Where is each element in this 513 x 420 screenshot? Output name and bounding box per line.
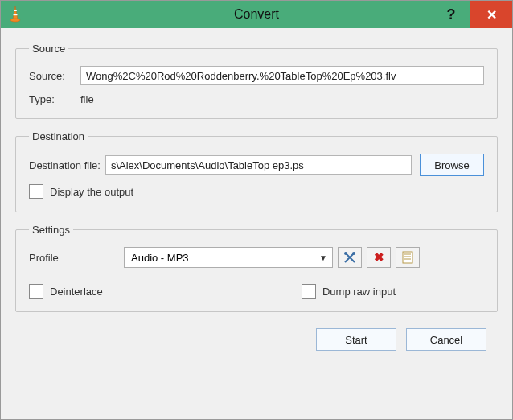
source-legend: Source — [29, 43, 68, 55]
source-group: Source Source: Type: file — [15, 43, 498, 119]
settings-group: Settings Profile Audio - MP3 ▼ ✖ — [15, 224, 498, 312]
deinterlace-label: Deinterlace — [50, 286, 103, 298]
convert-dialog: Convert ? ✕ Source Source: Type: file De… — [0, 0, 513, 420]
svg-rect-6 — [403, 252, 412, 263]
svg-point-5 — [352, 252, 355, 255]
tools-icon — [343, 251, 356, 264]
delete-icon: ✖ — [374, 250, 384, 265]
svg-rect-1 — [14, 10, 17, 11]
new-profile-button[interactable] — [396, 247, 420, 268]
svg-marker-0 — [13, 6, 18, 19]
browse-button[interactable]: Browse — [420, 154, 484, 176]
destination-group: Destination Destination file: Browse Dis… — [15, 130, 498, 212]
source-label: Source: — [29, 70, 74, 82]
destination-file-label: Destination file: — [29, 159, 101, 171]
edit-profile-button[interactable] — [338, 247, 362, 268]
type-value: file — [80, 93, 94, 105]
new-profile-icon — [402, 251, 413, 264]
svg-point-3 — [10, 19, 20, 22]
deinterlace-checkbox[interactable] — [29, 284, 43, 299]
titlebar: Convert ? ✕ — [1, 1, 512, 28]
profile-label: Profile — [29, 252, 117, 264]
source-input[interactable] — [80, 66, 484, 85]
help-button[interactable]: ? — [432, 1, 470, 28]
window-controls: ? ✕ — [432, 1, 512, 28]
destination-file-input[interactable] — [105, 155, 412, 175]
dump-raw-label: Dump raw input — [322, 286, 396, 298]
dump-raw-checkbox[interactable] — [302, 284, 316, 299]
display-output-checkbox[interactable] — [29, 184, 43, 199]
close-button[interactable]: ✕ — [470, 1, 512, 28]
profile-value: Audio - MP3 — [131, 252, 189, 264]
profile-combobox[interactable]: Audio - MP3 ▼ — [124, 247, 333, 268]
delete-profile-button[interactable]: ✖ — [367, 247, 391, 268]
cancel-button[interactable]: Cancel — [406, 328, 486, 351]
type-label: Type: — [29, 93, 74, 105]
start-button[interactable]: Start — [316, 328, 396, 351]
display-output-label: Display the output — [50, 186, 133, 198]
destination-legend: Destination — [29, 130, 88, 142]
vlc-cone-icon — [9, 6, 22, 23]
svg-point-4 — [344, 252, 347, 255]
settings-legend: Settings — [29, 224, 73, 236]
chevron-down-icon: ▼ — [319, 253, 327, 262]
dialog-footer: Start Cancel — [12, 323, 501, 356]
svg-rect-2 — [14, 14, 18, 15]
dialog-body: Source Source: Type: file Destination De… — [1, 28, 512, 419]
